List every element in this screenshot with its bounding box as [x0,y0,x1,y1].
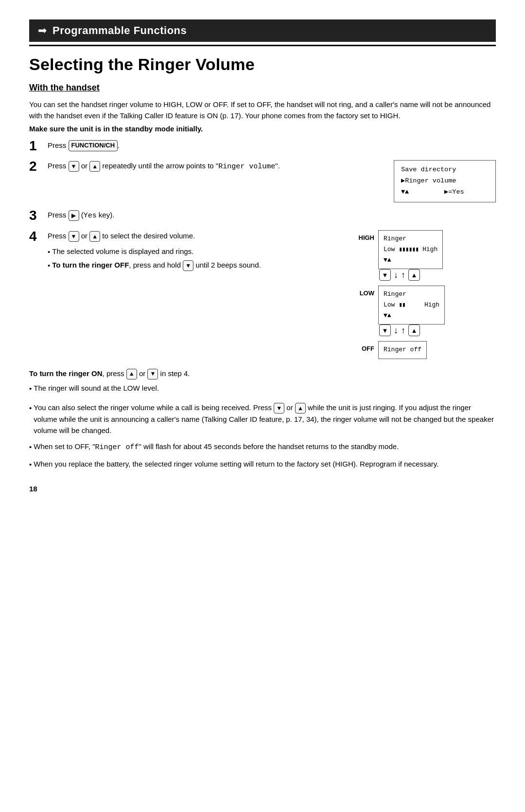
up-key-4: ▲ [89,231,100,242]
bottom-note-1: • You can also select the ringer volume … [29,402,496,436]
up-arrow-btn-2: ▲ [408,325,420,336]
section-heading: With the handset [29,83,496,93]
up-key-note: ▲ [295,403,306,414]
ringer-high-item: HIGH Ringer Low ▮▮▮▮▮▮ High ▼▲ [355,230,496,269]
page-title: Selecting the Ringer Volume [29,55,496,74]
down-key-note: ▼ [274,403,284,414]
step-2-display: Save directory ▶Ringer volume ▼▲ ▶=Yes [394,160,496,202]
right-key: ▶ [69,210,79,221]
ringer-high-label: HIGH [355,230,374,241]
yes-key-label: Yes [84,212,97,220]
step-4-number: 4 [29,229,48,244]
ringer-low-label: LOW [355,286,374,297]
turn-on-text: To turn the ringer ON, press ▲ or ▼ in s… [29,368,496,379]
bottom-notes: • You can also select the ringer volume … [29,402,496,470]
step-4-bullet-1: • The selected volume is displayed and r… [48,246,343,257]
turn-on-section: To turn the ringer ON, press ▲ or ▼ in s… [29,368,496,394]
header-rule [29,45,496,46]
ringer-high-display: Ringer Low ▮▮▮▮▮▮ High ▼▲ [378,230,443,269]
step-3: 3 Press ▶ (Yes key). [29,209,496,223]
up-arrow-btn-1: ▲ [408,269,420,281]
page-number: 18 [29,485,496,493]
ringer-low-item: LOW Ringer Low ▮▮ High ▼▲ [355,286,496,325]
down-key-step4: ▼ [147,369,158,379]
step-2-number: 2 [29,159,48,174]
step-1-content: Press FUNCTION/CH. [48,140,496,151]
down-arrow-btn-2: ▼ [379,325,391,336]
intro-paragraph-1: You can set the handset ringer volume to… [29,99,496,122]
bottom-note-2: • When set to OFF, "Ringer off" will fla… [29,441,496,453]
turn-on-bullet: • The ringer will sound at the LOW level… [29,382,496,394]
down-arrow-btn-1: ▼ [379,269,391,281]
ringer-volume-text: Ringer volume [218,162,275,171]
up-key-step4: ▲ [126,369,137,379]
step-4-bullet-2: • To turn the ringer OFF, press and hold… [48,259,343,271]
ringer-off-display: Ringer off [378,341,427,359]
step-2-content: Press ▼ or ▲ repeatedly until the arrow … [48,160,379,172]
ringer-nav-arrows-2: ▼ ↓ ↑ ▲ [379,325,496,336]
ringer-off-item: OFF Ringer off [355,341,496,359]
up-key: ▲ [89,161,100,172]
intro-bold: Make sure the unit is in the standby mod… [29,125,496,133]
header-title: Programmable Functions [52,24,187,37]
steps-section: 1 Press FUNCTION/CH. 2 Press ▼ or ▲ repe… [29,140,496,359]
down-key-4: ▼ [69,231,79,242]
step-2: 2 Press ▼ or ▲ repeatedly until the arro… [29,160,496,202]
ringer-off-label: OFF [355,341,374,352]
ringer-displays: HIGH Ringer Low ▮▮▮▮▮▮ High ▼▲ ▼ ↓ ↑ ▲ L… [355,230,496,359]
bottom-note-3: • When you replace the battery, the sele… [29,458,496,470]
down-key: ▼ [69,161,79,172]
page-header: ➡ Programmable Functions [29,19,496,42]
down-key-hold: ▼ [183,260,193,271]
step-4: 4 Press ▼ or ▲ to select the desired vol… [29,230,496,359]
step-3-content: Press ▶ (Yes key). [48,209,496,221]
function-ch-key: FUNCTION/CH [69,140,118,151]
ringer-nav-arrows-1: ▼ ↓ ↑ ▲ [379,269,496,281]
step-3-number: 3 [29,208,48,223]
header-arrow-icon: ➡ [38,24,47,37]
step-1-number: 1 [29,139,48,154]
step-4-content: Press ▼ or ▲ to select the desired volum… [48,230,343,273]
step-1: 1 Press FUNCTION/CH. [29,140,496,154]
ringer-off-text: Ringer off [95,443,139,451]
ringer-low-display: Ringer Low ▮▮ High ▼▲ [378,286,445,325]
